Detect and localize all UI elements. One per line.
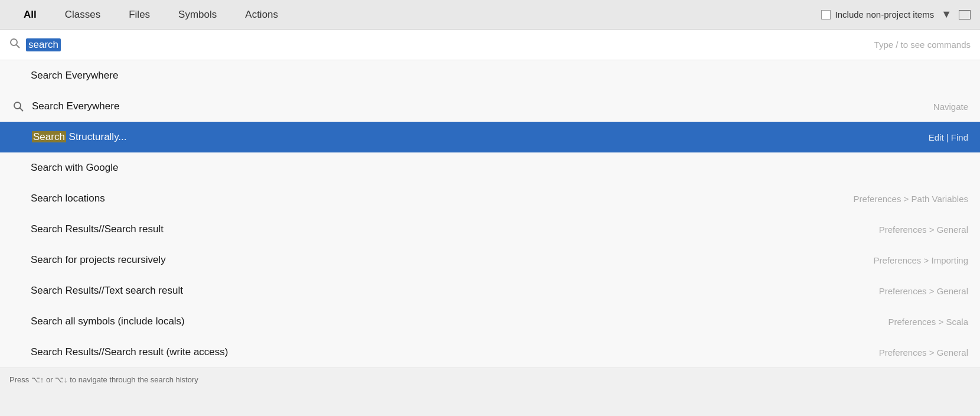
list-item[interactable]: Search Structurally... Edit | Find (0, 122, 980, 152)
list-item[interactable]: Search Results//Text search result Prefe… (0, 275, 980, 306)
results-list: Search Everywhere Search Everywhere Navi… (0, 60, 980, 368)
search-result-icon (12, 100, 25, 113)
footer: Press ⌥↑ or ⌥↓ to navigate through the s… (0, 368, 980, 391)
item-left: Search Results//Search result (write acc… (31, 346, 879, 358)
item-left: Search Results//Text search result (31, 285, 879, 297)
item-text: Search for projects recursively (31, 254, 166, 266)
item-text: Search Results//Search result (31, 223, 164, 235)
item-left: Search for projects recursively (31, 254, 874, 266)
list-item[interactable]: Search locations Preferences > Path Vari… (0, 183, 980, 214)
list-item[interactable]: Search Results//Search result (write acc… (0, 337, 980, 368)
footer-text: Press ⌥↑ or ⌥↓ to navigate through the s… (9, 375, 198, 384)
item-category: Edit | Find (929, 132, 968, 142)
tab-actions[interactable]: Actions (231, 4, 292, 25)
item-left: Search with Google (31, 162, 968, 174)
item-left: Search locations (31, 193, 854, 204)
item-text: Search Structurally... (32, 131, 127, 143)
svg-line-1 (17, 45, 19, 48)
item-text: Search Results//Text search result (31, 285, 183, 297)
item-text: Search Everywhere (31, 70, 118, 82)
item-text: Search Everywhere (32, 100, 119, 112)
tab-all[interactable]: All (9, 4, 51, 25)
item-left: Search Everywhere (31, 70, 968, 82)
tabs: All Classes Files Symbols Actions (9, 4, 292, 25)
highlight-text: Search (32, 131, 66, 142)
item-left: Search Everywhere (12, 100, 933, 113)
expand-icon[interactable] (959, 10, 971, 20)
svg-line-3 (20, 108, 23, 111)
list-item[interactable]: Search Everywhere (0, 60, 980, 91)
tab-files[interactable]: Files (115, 4, 164, 25)
item-left: Search Results//Search result (31, 223, 879, 235)
include-non-project-wrapper[interactable]: Include non-project items (821, 9, 935, 20)
search-input[interactable]: search (26, 38, 61, 51)
tab-bar: All Classes Files Symbols Actions Includ… (0, 0, 980, 30)
search-result-icon (12, 131, 25, 144)
item-left: Search Structurally... (12, 131, 929, 144)
list-item[interactable]: Search Results//Search result Preference… (0, 214, 980, 245)
tab-classes[interactable]: Classes (51, 4, 115, 25)
tab-symbols[interactable]: Symbols (164, 4, 231, 25)
item-text: Search all symbols (include locals) (31, 316, 185, 327)
list-item[interactable]: Search for projects recursively Preferen… (0, 245, 980, 275)
item-category: Preferences > Importing (874, 255, 969, 265)
list-item[interactable]: Search with Google (0, 152, 980, 183)
item-category: Navigate (933, 102, 968, 112)
item-category: Preferences > Path Variables (854, 194, 968, 204)
item-category: Preferences > General (879, 347, 968, 358)
item-left: Search all symbols (include locals) (31, 316, 888, 327)
item-category: Preferences > General (879, 286, 968, 296)
filter-icon[interactable]: ▼ (941, 8, 952, 21)
list-item[interactable]: Search Everywhere Navigate (0, 91, 980, 122)
search-bar: search Type / to see commands (0, 30, 980, 60)
search-everywhere-dialog: All Classes Files Symbols Actions Includ… (0, 0, 980, 391)
right-controls: Include non-project items ▼ (821, 8, 971, 21)
item-category: Preferences > General (879, 225, 968, 235)
include-non-project-checkbox[interactable] (821, 10, 831, 20)
item-text-suffix: Structurally... (69, 131, 127, 142)
item-category: Preferences > Scala (888, 317, 969, 327)
list-item[interactable]: Search all symbols (include locals) Pref… (0, 306, 980, 337)
include-non-project-label: Include non-project items (835, 9, 935, 20)
item-text: Search Results//Search result (write acc… (31, 346, 228, 358)
item-text: Search with Google (31, 162, 118, 174)
search-hint: Type / to see commands (874, 40, 971, 50)
item-text: Search locations (31, 193, 105, 204)
search-magnifier-icon (9, 38, 20, 51)
